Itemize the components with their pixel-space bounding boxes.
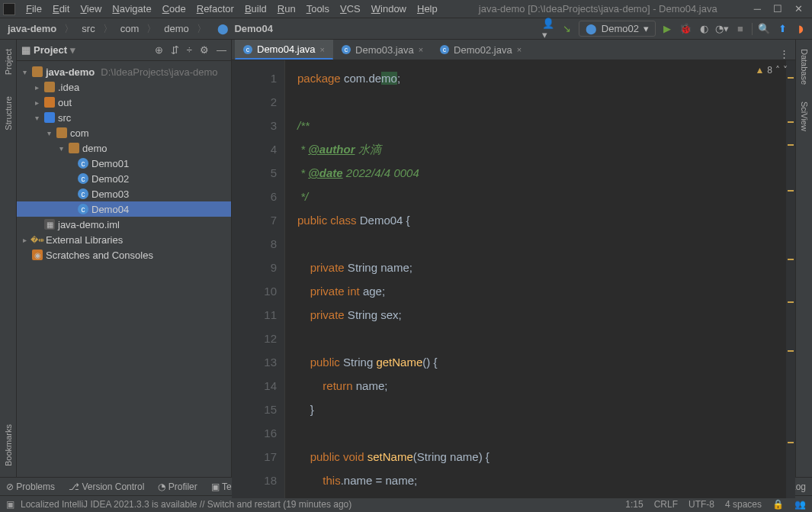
project-sidebar: ▦ Project ▾ ⊕ ⇵ ÷ ⚙ — ▾ java-demo D:\Ide…	[17, 40, 232, 477]
menu-run[interactable]: Run	[273, 2, 300, 16]
close-button[interactable]: ✕	[794, 3, 803, 14]
chevron-up-icon[interactable]: ˄	[775, 65, 780, 76]
window-title: java-demo [D:\IdeaProjects\java-demo] - …	[442, 3, 754, 14]
close-icon[interactable]: ×	[419, 45, 423, 54]
project-tree[interactable]: ▾ java-demo D:\IdeaProjects\java-demo ▸.…	[17, 61, 231, 477]
menu-vcs[interactable]: VCS	[335, 2, 365, 16]
minimize-button[interactable]: ─	[754, 3, 761, 14]
code-content[interactable]: package com.demo; /** * @author 水滴 * @da…	[285, 60, 786, 498]
profile-icon[interactable]: ◔▾	[715, 22, 729, 36]
run-icon[interactable]: ▶	[660, 22, 674, 36]
editor-tab-demo04-java[interactable]: cDemo04.java×	[235, 40, 333, 60]
editor-tab-demo02-java[interactable]: cDemo02.java×	[432, 40, 530, 60]
status-lock-icon[interactable]: 🔒	[772, 499, 784, 510]
build-hammer-icon[interactable]: ↘	[560, 22, 574, 36]
collapse-all-icon[interactable]: ÷	[187, 44, 192, 56]
tree-demo[interactable]: ▾demo	[17, 140, 231, 156]
menu-window[interactable]: Window	[367, 2, 411, 16]
status-ide-icon[interactable]: 👥	[794, 499, 806, 510]
menu-view[interactable]: View	[75, 2, 106, 16]
menu-navigate[interactable]: Navigate	[108, 2, 156, 16]
right-tool-rail: Database SciView	[795, 40, 812, 477]
breadcrumb[interactable]: java-demo〉src〉com〉demo〉⬤ Demo04	[5, 21, 276, 37]
stop-icon[interactable]: ■	[733, 22, 747, 36]
tree-out[interactable]: ▸out	[17, 95, 231, 110]
run-config-label: Demo02	[602, 23, 639, 34]
tab-bookmarks[interactable]: Bookmarks	[2, 421, 14, 469]
tab-profiler[interactable]: ◔ Profiler	[158, 481, 197, 492]
tree-class-demo01[interactable]: cDemo01	[17, 156, 231, 171]
tree-root[interactable]: ▾ java-demo D:\IdeaProjects\java-demo	[17, 64, 231, 79]
chevron-down-icon: ▾	[644, 23, 649, 34]
crumb-src[interactable]: src	[79, 21, 98, 36]
chevron-down-icon[interactable]: ˅	[783, 65, 788, 76]
ide-icon[interactable]: ◗	[794, 22, 807, 36]
status-line-ending[interactable]: CRLF	[654, 499, 678, 510]
status-indent[interactable]: 4 spaces	[725, 499, 762, 510]
crumb-demo[interactable]: demo	[161, 21, 192, 36]
menu-code[interactable]: Code	[158, 2, 191, 16]
tree-com[interactable]: ▾com	[17, 125, 231, 140]
project-tool-title[interactable]: ▦ Project ▾	[21, 44, 75, 56]
tab-problems[interactable]: ⊘ Problems	[6, 481, 55, 492]
menu-help[interactable]: Help	[412, 2, 442, 16]
main-menu: FileEditViewNavigateCodeRefactorBuildRun…	[21, 2, 442, 16]
maximize-button[interactable]: ☐	[773, 3, 782, 14]
status-caret-pos[interactable]: 1:15	[625, 499, 643, 510]
select-opened-icon[interactable]: ⊕	[155, 44, 163, 56]
run-config-selector[interactable]: ⬤ Demo02 ▾	[579, 21, 656, 37]
tree-src[interactable]: ▾src	[17, 110, 231, 125]
coverage-icon[interactable]: ◐	[697, 22, 711, 36]
menu-file[interactable]: File	[21, 2, 47, 16]
warning-icon: ▲	[755, 65, 764, 76]
inspections-widget[interactable]: ▲ 8 ˄ ˅	[755, 65, 788, 76]
code-editor[interactable]: 123456789101112131415161718 package com.…	[232, 60, 795, 498]
tree-libs[interactable]: ▸�⇺External Libraries	[17, 232, 231, 247]
status-message[interactable]: Localized IntelliJ IDEA 2021.3.3 is avai…	[21, 499, 351, 510]
close-icon[interactable]: ×	[517, 45, 522, 54]
warning-count: 8	[767, 65, 772, 76]
nav-bar: java-demo〉src〉com〉demo〉⬤ Demo04 👤▾ ↘ ⬤ D…	[0, 18, 812, 40]
tab-vcs[interactable]: ⎇ Version Control	[69, 481, 144, 492]
tree-class-demo03[interactable]: cDemo03	[17, 186, 231, 201]
menu-build[interactable]: Build	[240, 2, 271, 16]
search-icon[interactable]: 🔍	[757, 22, 771, 36]
tree-class-demo04[interactable]: cDemo04	[17, 201, 231, 217]
left-tool-rail: Project Structure Bookmarks	[0, 40, 17, 477]
tab-sciview[interactable]: SciView	[798, 98, 810, 134]
error-stripe[interactable]	[786, 60, 795, 498]
crumb-demo04[interactable]: ⬤ Demo04	[211, 21, 276, 36]
chevron-down-icon: ▾	[70, 44, 75, 56]
close-icon[interactable]: ×	[320, 45, 325, 54]
status-tool-icon[interactable]: ▣	[6, 499, 14, 510]
update-icon[interactable]: ⬆	[775, 22, 789, 36]
app-logo-icon	[3, 3, 15, 15]
tab-project[interactable]: Project	[2, 46, 14, 78]
title-bar: FileEditViewNavigateCodeRefactorBuildRun…	[0, 0, 812, 18]
tab-structure[interactable]: Structure	[2, 93, 14, 134]
tabs-more-icon[interactable]: ⋮	[773, 48, 795, 60]
settings-gear-icon[interactable]: ⚙	[200, 44, 209, 56]
hide-icon[interactable]: —	[217, 44, 226, 56]
tree-iml[interactable]: ▦java-demo.iml	[17, 217, 231, 232]
tree-scratches[interactable]: ◉Scratches and Consoles	[17, 247, 231, 262]
tree-idea[interactable]: ▸.idea	[17, 79, 231, 95]
tab-database[interactable]: Database	[798, 46, 810, 88]
crumb-java-demo[interactable]: java-demo	[5, 21, 59, 36]
editor-tab-demo03-java[interactable]: cDemo03.java×	[333, 40, 432, 60]
tree-class-demo02[interactable]: cDemo02	[17, 171, 231, 186]
crumb-com[interactable]: com	[117, 21, 143, 36]
status-encoding[interactable]: UTF-8	[688, 499, 714, 510]
menu-refactor[interactable]: Refactor	[192, 2, 239, 16]
menu-tools[interactable]: Tools	[302, 2, 334, 16]
debug-icon[interactable]: 🐞	[679, 22, 692, 36]
gutter[interactable]: 123456789101112131415161718	[232, 60, 285, 498]
expand-all-icon[interactable]: ⇵	[171, 44, 179, 56]
editor-tabs: cDemo04.java×cDemo03.java×cDemo02.java×⋮	[232, 40, 795, 60]
menu-edit[interactable]: Edit	[48, 2, 74, 16]
add-config-icon[interactable]: 👤▾	[542, 22, 556, 36]
